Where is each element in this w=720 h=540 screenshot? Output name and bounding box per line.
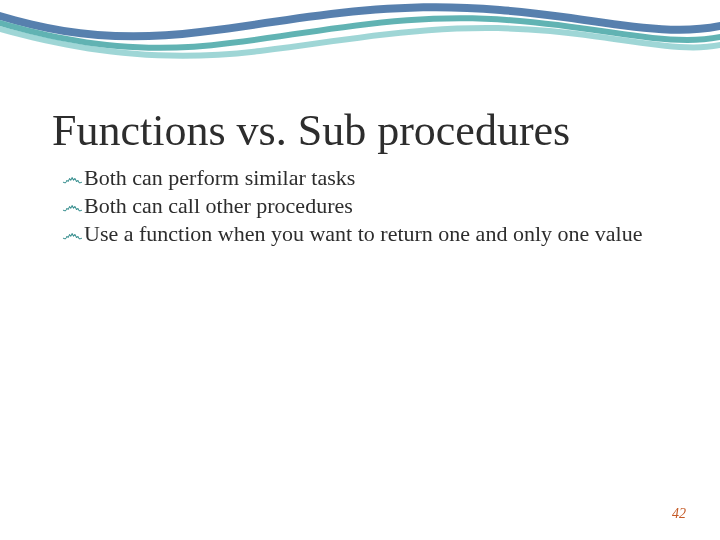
bullet-text: Both can call other procedures — [84, 193, 660, 219]
list-item: ෴ Use a function when you want to return… — [62, 221, 660, 247]
list-item: ෴ Both can perform similar tasks — [62, 165, 660, 191]
bullet-icon: ෴ — [62, 221, 84, 247]
wave-decoration — [0, 0, 720, 70]
page-number: 42 — [672, 506, 686, 522]
slide: Functions vs. Sub procedures ෴ Both can … — [0, 0, 720, 540]
list-item: ෴ Both can call other procedures — [62, 193, 660, 219]
bullet-icon: ෴ — [62, 193, 84, 219]
bullet-list: ෴ Both can perform similar tasks ෴ Both … — [62, 165, 660, 249]
bullet-icon: ෴ — [62, 165, 84, 191]
bullet-text: Use a function when you want to return o… — [84, 221, 660, 247]
slide-title: Functions vs. Sub procedures — [52, 107, 680, 155]
bullet-text: Both can perform similar tasks — [84, 165, 660, 191]
